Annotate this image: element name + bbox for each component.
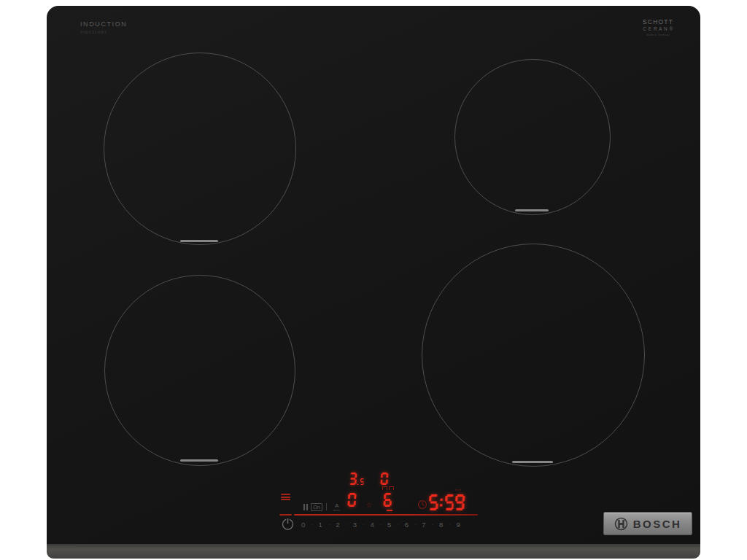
- pause-key-icon[interactable]: [303, 503, 308, 510]
- display-front-right-power[interactable]: [383, 493, 392, 507]
- type-label: INDUCTION: [80, 20, 127, 28]
- zone-mark-front-right: [512, 461, 553, 463]
- level-key-0[interactable]: 0: [301, 521, 305, 529]
- auto-key-label: A: [335, 503, 338, 509]
- zone-mark-rear-right: [515, 209, 549, 211]
- level-select-row: 0·1·2·3·4·5·6·7·8·9: [301, 520, 460, 529]
- brand-plate: BOSCH: [603, 512, 692, 535]
- model-number: PIE631HB1: [80, 30, 107, 34]
- level-key-4[interactable]: 4: [370, 521, 374, 529]
- select-line[interactable]: [294, 514, 478, 516]
- cooking-zone-front-left: [104, 275, 295, 466]
- level-key-1[interactable]: 1: [319, 521, 322, 529]
- level-separator-dot: ·: [311, 522, 312, 527]
- cooking-zone-rear-right: [454, 59, 611, 215]
- level-key-6[interactable]: 6: [405, 521, 409, 529]
- ceramic-glass-surface: INDUCTION PIE631HB1 SCHOTT C E R A N ® M…: [47, 6, 700, 544]
- glass-brand-line1: SCHOTT: [633, 18, 683, 26]
- select-line-left: [279, 514, 292, 516]
- front-bevel-edge: [47, 544, 700, 559]
- level-separator-dot: ·: [397, 522, 398, 527]
- product-photo: INDUCTION PIE631HB1 SCHOTT C E R A N ® M…: [0, 0, 747, 560]
- level-key-7[interactable]: 7: [422, 521, 425, 529]
- bosch-logo-icon: [614, 517, 628, 531]
- glass-brand-subline: Made in Germany: [646, 33, 670, 36]
- level-separator-dot: ·: [328, 522, 330, 527]
- level-separator-dot: ·: [363, 522, 364, 527]
- brand-logo-text: BOSCH: [633, 518, 682, 530]
- timer-unit-label: min: [455, 488, 462, 491]
- wipe-protection-icon: [281, 494, 290, 502]
- auto-function-key[interactable]: A boost: [330, 503, 343, 514]
- function-key-cluster: On A boost: [303, 503, 343, 514]
- power-button[interactable]: [281, 517, 295, 531]
- display-rear-left-power[interactable]: [349, 472, 364, 485]
- display-front-left-power[interactable]: [347, 493, 356, 507]
- zone-timer-indicator: [382, 486, 394, 490]
- level-separator-dot: ·: [432, 522, 433, 527]
- level-separator-dot: ·: [346, 522, 347, 527]
- level-key-5[interactable]: 5: [387, 521, 391, 529]
- timer-clock-icon[interactable]: [417, 499, 427, 510]
- induction-hob: INDUCTION PIE631HB1 SCHOTT C E R A N ® M…: [47, 6, 700, 559]
- glass-brand-line2: C E R A N ®: [633, 26, 683, 31]
- level-separator-dot: ·: [414, 522, 416, 527]
- zone-mark-rear-left: [180, 240, 218, 242]
- level-key-8[interactable]: 8: [439, 521, 443, 529]
- auto-key-sublabel: boost: [333, 509, 340, 512]
- zone-mark-front-left: [180, 459, 218, 462]
- level-key-2[interactable]: 2: [336, 521, 339, 529]
- level-key-9[interactable]: 9: [456, 521, 460, 529]
- level-separator-dot: ·: [380, 522, 382, 527]
- zone-selected-indicator: [387, 510, 392, 511]
- favorite-key-icon[interactable]: ☆: [365, 502, 372, 509]
- key-divider: [326, 503, 327, 510]
- level-key-3[interactable]: 3: [353, 521, 357, 529]
- display-rear-right-power[interactable]: [380, 472, 388, 485]
- glass-brand: SCHOTT C E R A N ® Made in Germany: [633, 18, 683, 39]
- restart-key[interactable]: On: [311, 503, 322, 511]
- cooking-zone-rear-left: [104, 52, 296, 245]
- display-timer: [428, 494, 465, 510]
- cooking-zone-front-right: [422, 244, 645, 467]
- level-separator-dot: ·: [449, 522, 450, 527]
